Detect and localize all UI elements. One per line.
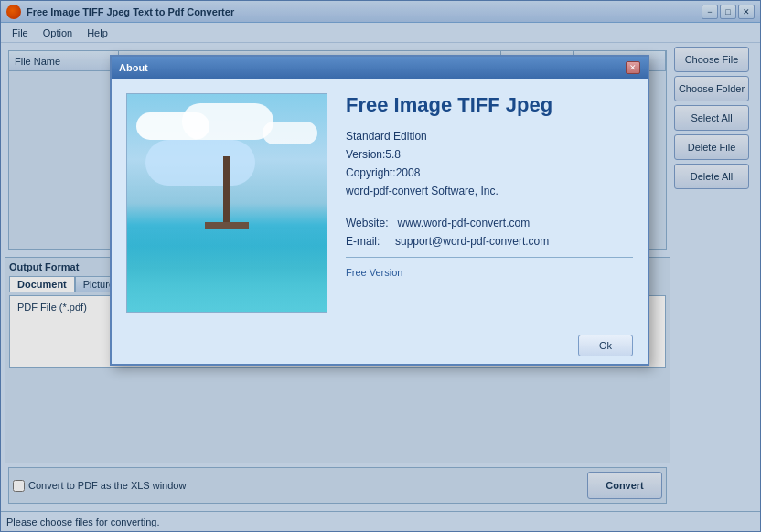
pier [223, 156, 230, 229]
divider2 [346, 257, 633, 258]
email-label: E-mail: [346, 235, 380, 248]
dialog-image [126, 93, 327, 313]
dialog-close-button[interactable]: ✕ [626, 61, 640, 74]
dialog-app-title: Free Image TIFF Jpeg [346, 93, 633, 117]
email-line: E-mail: support@word-pdf-convert.com [346, 235, 633, 248]
copyright-line: Copyright:2008 [346, 166, 633, 179]
edition-line: Standard Edition [346, 130, 633, 143]
water-shimmer [127, 229, 327, 312]
cloud4 [145, 140, 255, 186]
dialog-title-bar: About ✕ [112, 57, 648, 79]
about-dialog: About ✕ Free Image TIFF Jpeg Standard Ed… [110, 55, 649, 366]
cloud3 [263, 122, 317, 144]
cloud2 [182, 103, 273, 140]
email-address: support@word-pdf-convert.com [395, 235, 549, 248]
dialog-info: Free Image TIFF Jpeg Standard Edition Ve… [346, 93, 633, 313]
free-version-label: Free Version [346, 267, 633, 278]
dialog-footer: Ok [112, 327, 648, 364]
website-label: Website: [346, 217, 388, 229]
version-line: Version:5.8 [346, 148, 633, 161]
website-url: www.word-pdf-convert.com [397, 217, 530, 229]
scene-illustration [127, 94, 327, 312]
ok-button[interactable]: Ok [578, 335, 633, 356]
dialog-title: About [119, 62, 626, 73]
dialog-content: Free Image TIFF Jpeg Standard Edition Ve… [112, 79, 648, 327]
company-line: word-pdf-convert Software, Inc. [346, 185, 633, 197]
divider [346, 207, 633, 207]
website-line: Website: www.word-pdf-convert.com [346, 217, 633, 229]
